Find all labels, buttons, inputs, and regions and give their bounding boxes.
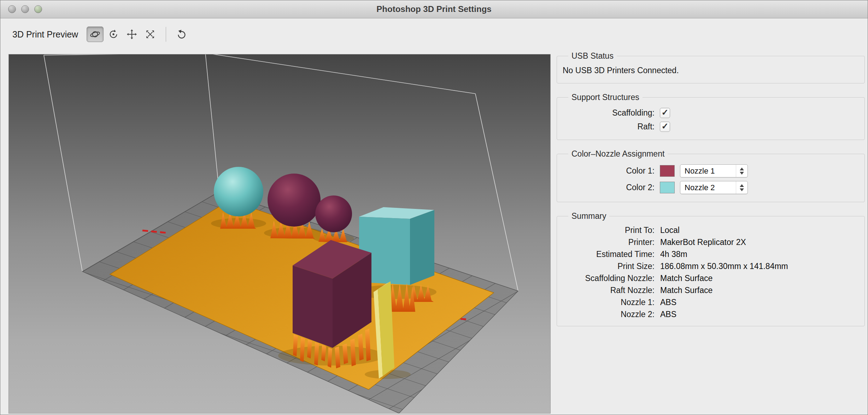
select-stepper-icon <box>736 181 747 194</box>
close-button[interactable] <box>8 5 16 13</box>
color-2-label: Color 2: <box>563 183 655 192</box>
3d-scene <box>9 54 550 413</box>
usb-status-group: USB Status No USB 3D Printers Connected. <box>557 51 865 83</box>
color-nozzle-title: Color–Nozzle Assignment <box>568 149 668 159</box>
preview-mode-label: 3D Print Preview <box>12 29 78 40</box>
select-stepper-icon <box>736 165 747 177</box>
color-2-nozzle-select[interactable]: Nozzle 2 <box>680 181 748 194</box>
summary-row-nozzle-2: Nozzle 2: ABS <box>563 310 859 319</box>
color-nozzle-group: Color–Nozzle Assignment Color 1: Nozzle … <box>557 149 865 202</box>
raft-checkbox[interactable]: ✓ <box>660 122 670 132</box>
color-1-nozzle-select[interactable]: Nozzle 1 <box>680 164 748 177</box>
roll-camera-icon <box>108 29 119 40</box>
summary-row-printer: Printer: MakerBot Replicator 2X <box>563 238 859 247</box>
minimize-button[interactable] <box>21 5 29 13</box>
raft-row: Raft: ✓ <box>563 122 859 132</box>
usb-status-title: USB Status <box>568 51 617 61</box>
slide-camera-icon <box>145 29 156 40</box>
summary-row-print-size: Print Size: 186.08mm x 50.30mm x 141.84m… <box>563 262 859 271</box>
photoshop-3d-print-settings-window: Photoshop 3D Print Settings 3D Print Pre… <box>0 0 868 415</box>
summary-row-raft-nozzle: Raft Nozzle: Match Surface <box>563 286 859 295</box>
support-structures-group: Support Structures Scaffolding: ✓ Raft: … <box>557 93 865 140</box>
scaffolding-checkbox[interactable]: ✓ <box>660 108 670 118</box>
support-structures-title: Support Structures <box>568 93 643 102</box>
color-2-swatch[interactable] <box>660 182 675 193</box>
summary-row-nozzle-1: Nozzle 1: ABS <box>563 298 859 307</box>
summary-row-scaffolding-nozzle: Scaffolding Nozzle: Match Surface <box>563 274 859 283</box>
toolbar-separator <box>166 27 166 42</box>
reset-view-icon <box>176 29 187 40</box>
summary-row-estimated-time: Estimated Time: 4h 38m <box>563 250 859 259</box>
scaffolding-label: Scaffolding: <box>563 108 655 118</box>
window-controls <box>8 5 42 13</box>
zoom-button[interactable] <box>34 5 42 13</box>
raft-label: Raft: <box>563 122 655 131</box>
summary-title: Summary <box>568 211 609 221</box>
pan-camera-tool-button[interactable] <box>123 27 140 42</box>
color-2-row: Color 2: Nozzle 2 <box>563 181 859 194</box>
window-title: Photoshop 3D Print Settings <box>0 0 868 18</box>
reset-view-button[interactable] <box>173 27 190 42</box>
orbit-camera-tool-button[interactable] <box>87 27 104 42</box>
toolbar: 3D Print Preview <box>0 18 868 50</box>
color-1-swatch[interactable] <box>660 165 675 177</box>
summary-row-print-to: Print To: Local <box>563 226 859 235</box>
3d-print-preview-viewport[interactable] <box>8 54 551 414</box>
slide-camera-tool-button[interactable] <box>142 27 159 42</box>
pan-camera-icon <box>126 29 137 40</box>
settings-panel: USB Status No USB 3D Printers Connected.… <box>557 51 865 326</box>
check-icon: ✓ <box>661 108 668 117</box>
color-2-nozzle-value: Nozzle 2 <box>680 183 736 192</box>
color-1-label: Color 1: <box>563 166 655 176</box>
roll-camera-tool-button[interactable] <box>105 27 122 42</box>
color-1-row: Color 1: Nozzle 1 <box>563 164 859 177</box>
title-bar: Photoshop 3D Print Settings <box>0 0 868 18</box>
usb-status-message: No USB 3D Printers Connected. <box>563 63 859 79</box>
scaffolding-row: Scaffolding: ✓ <box>563 108 859 118</box>
check-icon: ✓ <box>661 122 668 130</box>
summary-group: Summary Print To: Local Printer: MakerBo… <box>557 211 865 326</box>
color-1-nozzle-value: Nozzle 1 <box>680 166 736 176</box>
orbit-camera-icon <box>89 29 101 40</box>
